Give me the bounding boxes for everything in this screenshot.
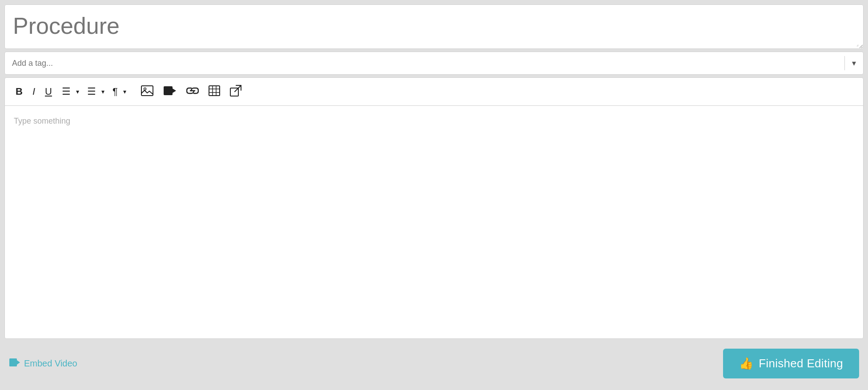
unordered-list-button[interactable]: ☰ — [84, 84, 100, 99]
link-button[interactable] — [183, 84, 202, 100]
bold-button[interactable]: B — [12, 84, 26, 99]
toolbar-separator-1 — [133, 85, 133, 98]
paragraph-icon: ¶ — [113, 87, 118, 96]
footer-bar: Embed Video 👍 Finished Editing — [4, 342, 864, 386]
svg-rect-5 — [209, 86, 220, 96]
tag-input[interactable] — [5, 52, 844, 74]
unordered-list-group: ☰ ▾ — [84, 84, 106, 99]
underline-button[interactable]: U — [41, 84, 56, 99]
paragraph-button[interactable]: ¶ — [109, 84, 121, 99]
finished-editing-label: Finished Editing — [759, 357, 843, 370]
italic-button[interactable]: I — [29, 84, 39, 99]
editor-placeholder: Type something — [14, 117, 70, 125]
embed-video-label: Embed Video — [24, 358, 77, 369]
video-button[interactable] — [160, 83, 180, 100]
svg-rect-12 — [9, 358, 17, 366]
underline-icon: U — [45, 87, 52, 96]
svg-marker-13 — [17, 360, 20, 365]
thumbs-up-icon: 👍 — [739, 357, 753, 370]
svg-point-1 — [144, 88, 146, 90]
editor-toolbar: B I U ☰ ▾ ☰ ▾ ¶ ▾ — [5, 78, 863, 106]
editor-area: B I U ☰ ▾ ☰ ▾ ¶ ▾ — [4, 77, 864, 339]
bold-icon: B — [16, 87, 23, 96]
title-area: ⌟ — [4, 4, 864, 49]
table-icon — [209, 85, 220, 98]
unordered-list-icon: ☰ — [87, 87, 96, 96]
paragraph-group: ¶ ▾ — [109, 84, 128, 99]
italic-icon: I — [32, 87, 35, 96]
svg-rect-0 — [141, 86, 153, 96]
resize-handle: ⌟ — [856, 42, 862, 47]
link-icon — [186, 86, 199, 97]
ordered-list-icon: ☰ — [62, 87, 71, 96]
svg-rect-2 — [164, 86, 173, 95]
finished-editing-button[interactable]: 👍 Finished Editing — [723, 349, 859, 378]
unordered-list-dropdown[interactable]: ▾ — [100, 85, 106, 98]
tag-area: ▾ — [4, 52, 864, 75]
table-button[interactable] — [205, 83, 224, 101]
svg-marker-3 — [173, 88, 176, 93]
editor-content[interactable]: Type something — [5, 106, 863, 338]
embed-video-link[interactable]: Embed Video — [9, 358, 77, 370]
video-icon — [163, 86, 177, 97]
image-icon — [141, 85, 153, 98]
external-link-button[interactable] — [226, 82, 245, 101]
ordered-list-dropdown[interactable]: ▾ — [74, 85, 81, 98]
ordered-list-button[interactable]: ☰ — [58, 84, 74, 99]
ordered-list-group: ☰ ▾ — [58, 84, 81, 99]
title-input[interactable] — [13, 12, 855, 40]
embed-video-icon — [9, 358, 20, 370]
paragraph-dropdown[interactable]: ▾ — [121, 85, 128, 98]
image-button[interactable] — [137, 83, 157, 101]
external-link-icon — [230, 85, 241, 98]
tag-dropdown-button[interactable]: ▾ — [845, 52, 863, 74]
